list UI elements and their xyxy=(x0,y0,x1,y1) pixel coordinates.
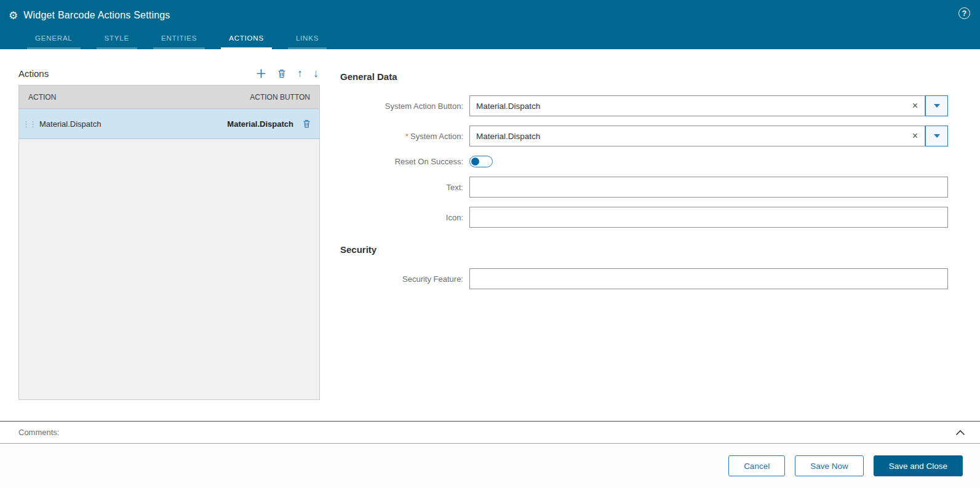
add-action-button[interactable] xyxy=(256,68,266,79)
row-delete-icon[interactable] xyxy=(302,119,311,129)
reset-on-success-toggle[interactable] xyxy=(469,156,493,167)
tab-actions[interactable]: ACTIONS xyxy=(221,30,272,49)
settings-window: ⚙ Widget Barcode Actions Settings GENERA… xyxy=(0,0,980,488)
column-header-action-button: ACTION BUTTON xyxy=(250,93,319,102)
text-label: Text: xyxy=(340,183,463,192)
comments-label: Comments: xyxy=(18,428,953,437)
chevron-down-icon xyxy=(934,104,940,108)
drag-handle-icon[interactable]: ⋮⋮ xyxy=(19,119,39,129)
footer-bar: Cancel Save Now Save and Close xyxy=(0,444,980,488)
security-heading: Security xyxy=(340,244,966,255)
tab-bar: GENERAL STYLE ENTITIES ACTIONS LINKS xyxy=(9,30,970,49)
action-cell: Material.Dispatch xyxy=(39,119,227,129)
clear-icon[interactable]: × xyxy=(906,101,925,111)
comments-bar: Comments: xyxy=(0,421,980,444)
text-field[interactable] xyxy=(469,177,948,198)
column-header-action: ACTION xyxy=(19,93,250,102)
main-content: Actions ↑ ↓ ACTION ACTION BUTTON xyxy=(0,49,980,421)
move-down-icon[interactable]: ↓ xyxy=(313,68,319,79)
table-row[interactable]: ⋮⋮ Material.Dispatch Material.Dispatch xyxy=(19,109,319,139)
actions-table: ACTION ACTION BUTTON ⋮⋮ Material.Dispatc… xyxy=(18,85,320,400)
move-up-icon[interactable]: ↑ xyxy=(297,68,303,79)
chevron-down-icon xyxy=(934,134,940,138)
actions-panel-title: Actions xyxy=(18,68,49,79)
chevron-up-icon[interactable] xyxy=(953,427,968,438)
icon-field[interactable] xyxy=(469,207,948,228)
help-icon[interactable]: ? xyxy=(958,7,970,19)
page-title: Widget Barcode Actions Settings xyxy=(23,10,170,21)
tab-style[interactable]: STYLE xyxy=(97,30,137,49)
system-action-input[interactable] xyxy=(470,126,906,146)
actions-toolbar: ↑ ↓ xyxy=(256,68,319,79)
header-bar: ⚙ Widget Barcode Actions Settings GENERA… xyxy=(0,0,980,49)
actions-list-empty-area xyxy=(19,139,319,399)
system-action-combobox: × xyxy=(469,126,948,146)
clear-icon[interactable]: × xyxy=(906,131,925,141)
delete-action-button[interactable] xyxy=(277,68,287,79)
actions-panel: Actions ↑ ↓ ACTION ACTION BUTTON xyxy=(18,68,320,421)
dropdown-button[interactable] xyxy=(925,95,948,116)
save-now-button[interactable]: Save Now xyxy=(795,455,864,476)
dropdown-button[interactable] xyxy=(925,126,948,146)
cancel-button[interactable]: Cancel xyxy=(728,455,785,476)
save-and-close-button[interactable]: Save and Close xyxy=(874,455,963,476)
required-asterisk: * xyxy=(405,132,408,141)
tab-entities[interactable]: ENTITIES xyxy=(153,30,205,49)
actions-table-header: ACTION ACTION BUTTON xyxy=(19,86,319,109)
gear-icon: ⚙ xyxy=(9,10,18,21)
security-feature-field[interactable] xyxy=(469,268,948,289)
system-action-button-combobox: × xyxy=(469,95,948,116)
security-feature-label: Security Feature: xyxy=(340,274,463,284)
action-button-cell: Material.Dispatch xyxy=(227,119,293,129)
toggle-knob xyxy=(471,158,479,166)
system-action-button-label: System Action Button: xyxy=(340,102,463,111)
icon-label: Icon: xyxy=(340,213,463,222)
system-action-button-input[interactable] xyxy=(470,96,906,116)
tab-links[interactable]: LINKS xyxy=(288,30,327,49)
form-panel: General Data System Action Button: × *Sy… xyxy=(320,68,980,421)
system-action-label: *System Action: xyxy=(340,132,463,141)
reset-on-success-label: Reset On Success: xyxy=(340,157,463,166)
general-data-heading: General Data xyxy=(340,71,966,82)
tab-general[interactable]: GENERAL xyxy=(27,30,81,49)
